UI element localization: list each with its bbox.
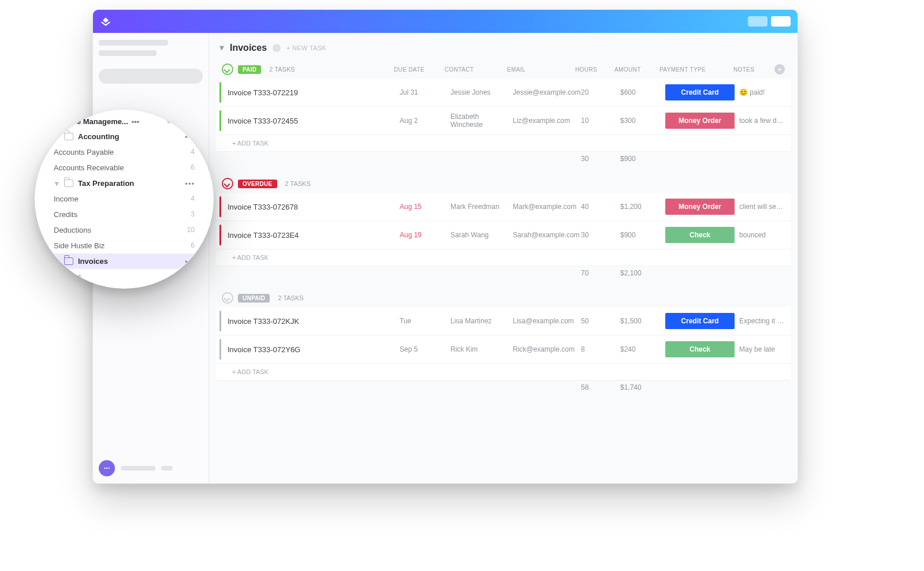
add-column-icon[interactable]: + xyxy=(774,64,785,74)
task-name: Invoice T333-072455 xyxy=(228,117,395,125)
svg-point-1 xyxy=(106,468,107,469)
sidebar-skeleton xyxy=(99,50,157,56)
notes: 😊 paid! xyxy=(739,88,785,96)
status-chip[interactable]: PAID xyxy=(238,65,261,74)
hours: 10 xyxy=(581,117,616,125)
folder-icon xyxy=(64,133,73,140)
group-toggle-icon[interactable] xyxy=(222,178,233,189)
group-toggle-icon[interactable] xyxy=(222,64,233,75)
payment-type-button[interactable]: Check xyxy=(665,341,735,357)
total-hours: 70 xyxy=(581,269,616,277)
list-name: Accounts Payable xyxy=(54,148,114,156)
hours: 30 xyxy=(581,231,616,239)
contact: Elizabeth Wincheste xyxy=(450,113,508,129)
sidebar-search[interactable] xyxy=(99,69,203,84)
task-name: Invoice T333-072KJK xyxy=(228,317,395,326)
task-count: 2 TASKS xyxy=(285,180,311,187)
collapse-icon[interactable]: ▾ xyxy=(219,42,224,53)
task-name: Invoice T333-072Y6G xyxy=(228,345,395,354)
list-item[interactable]: Income4 xyxy=(49,191,199,207)
list-item[interactable]: Accounts Receivable6 xyxy=(49,160,199,176)
item-count: 3 xyxy=(191,210,195,218)
contact: Sarah Wang xyxy=(450,231,508,239)
task-name: Invoice T333-0723E4 xyxy=(228,231,395,240)
total-hours: 30 xyxy=(581,155,616,163)
hours: 8 xyxy=(581,345,616,353)
list-name: Deductions xyxy=(54,226,91,234)
payment-type-button[interactable]: Credit Card xyxy=(665,84,735,100)
email: Lisa@example.com xyxy=(513,317,576,325)
total-hours: 58 xyxy=(581,383,616,391)
column-header: PAYMENT TYPE xyxy=(660,66,729,73)
due-date: Aug 19 xyxy=(400,231,446,239)
payment-type-button[interactable]: Money Order xyxy=(665,113,735,129)
table-row[interactable]: Invoice T333-072KJKTueLisa MartinezLisa@… xyxy=(216,307,791,335)
info-icon[interactable] xyxy=(273,44,281,52)
folder-icon xyxy=(64,180,73,187)
notes: bounced xyxy=(739,231,785,239)
table-row[interactable]: Invoice T333-072Y6GSep 5Rick KimRick@exa… xyxy=(216,335,791,363)
list-item[interactable]: Credits3 xyxy=(49,207,199,222)
column-header: HOURS xyxy=(575,66,610,73)
list-title: Invoices xyxy=(230,43,267,53)
list-name: Accounts Receivable xyxy=(54,163,124,172)
total-amount: $1,740 xyxy=(620,383,661,391)
due-date: Jul 31 xyxy=(400,88,446,96)
due-date: Aug 2 xyxy=(400,117,446,125)
hours: 50 xyxy=(581,317,616,325)
total-amount: $900 xyxy=(620,155,661,163)
column-header: NOTES xyxy=(733,66,766,73)
more-icon[interactable]: ••• xyxy=(132,117,140,126)
app-logo-icon xyxy=(100,16,111,27)
chevron-down-icon[interactable]: ▾ xyxy=(54,132,59,141)
topbar-pill[interactable] xyxy=(771,16,791,27)
table-row[interactable]: Invoice T333-0723E4Aug 19Sarah WangSarah… xyxy=(216,221,791,249)
item-count: 4 xyxy=(191,148,195,156)
folder-item[interactable]: ▾Invoices••• xyxy=(49,253,199,269)
sidebar-skeleton xyxy=(99,40,168,46)
svg-point-2 xyxy=(108,468,109,469)
add-task-button[interactable]: + ADD TASK xyxy=(216,363,791,380)
email: Liz@example.com xyxy=(513,117,576,125)
table-row[interactable]: Invoice T333-072678Aug 15Mark FreedmanMa… xyxy=(216,193,791,221)
add-task-button[interactable]: + ADD TASK xyxy=(216,249,791,266)
topbar-pill[interactable] xyxy=(748,16,767,27)
notes: client will send next w xyxy=(739,203,785,211)
item-count: 6 xyxy=(191,163,195,171)
table-row[interactable]: Invoice T333-072455Aug 2Elizabeth Winche… xyxy=(216,106,791,135)
folder-icon xyxy=(64,257,73,265)
status-chip[interactable]: OVERDUE xyxy=(238,180,277,188)
column-header: AMOUNT xyxy=(614,66,655,73)
amount: $240 xyxy=(620,345,661,353)
payment-type-button[interactable]: Credit Card xyxy=(665,313,735,329)
due-date: Tue xyxy=(400,317,446,325)
chevron-down-icon[interactable]: ▾ xyxy=(54,257,59,266)
task-count: 2 TASKS xyxy=(278,294,303,301)
new-task-button[interactable]: + NEW TASK xyxy=(286,44,326,51)
contact: Rick Kim xyxy=(450,345,508,353)
folder-item[interactable]: ▾Accounting••• xyxy=(49,129,199,144)
status-chip[interactable]: UNPAID xyxy=(238,294,270,303)
group-toggle-icon[interactable] xyxy=(222,292,233,304)
due-date: Aug 15 xyxy=(400,203,446,211)
chevron-down-icon[interactable]: ▾ xyxy=(54,179,59,188)
payment-type-button[interactable]: Money Order xyxy=(665,199,735,215)
content: ▾ Invoices + NEW TASK PAID2 TASKSDUE DAT… xyxy=(209,33,798,483)
amount: $900 xyxy=(620,231,661,239)
list-item[interactable]: Accounts Payable4 xyxy=(49,144,199,160)
add-task-button[interactable]: + ADD TASK xyxy=(216,135,791,151)
more-icon[interactable]: ••• xyxy=(185,179,195,188)
due-date: Sep 5 xyxy=(400,345,446,353)
contact: Mark Freedman xyxy=(450,203,508,211)
list-item[interactable]: Side Hustle Biz6 xyxy=(49,238,199,253)
email: Mark@example.com xyxy=(513,203,576,211)
payment-type-button[interactable]: Check xyxy=(665,227,735,243)
table-row[interactable]: Invoice T333-072219Jul 31Jessie JonesJes… xyxy=(216,79,791,106)
notes: Expecting it next week xyxy=(739,317,785,325)
list-item[interactable]: Deductions10 xyxy=(49,222,199,238)
column-header: DUE DATE xyxy=(394,66,440,73)
folder-name: Tax Preparation xyxy=(78,179,134,188)
chat-icon[interactable] xyxy=(99,460,115,476)
folder-item[interactable]: ▾Tax Preparation••• xyxy=(49,176,199,191)
list-name: Credits xyxy=(54,210,77,219)
